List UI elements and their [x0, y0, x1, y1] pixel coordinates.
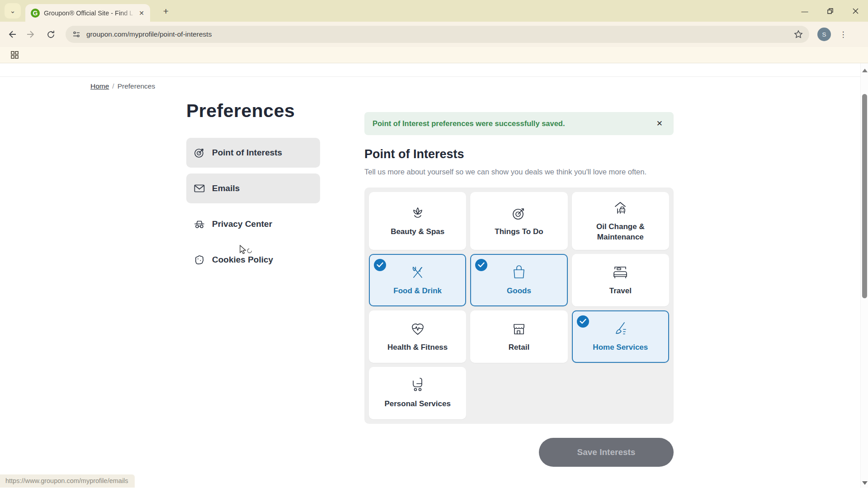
forward-button[interactable] [24, 27, 39, 42]
car-garage-icon [611, 199, 629, 217]
profile-avatar[interactable]: S [817, 28, 831, 41]
scroll-down-icon[interactable] [862, 481, 868, 485]
breadcrumb-separator: / [112, 82, 114, 90]
sidebar-item-label: Cookies Policy [212, 255, 273, 265]
lotus-icon [409, 204, 427, 222]
interests-grid: Beauty & SpasThings To DoOil Change & Ma… [364, 188, 674, 424]
maximize-button[interactable] [817, 0, 843, 22]
success-banner-text: Point of Interest preferences were succe… [373, 119, 654, 128]
incognito-icon [193, 218, 205, 230]
interest-tile-travel[interactable]: Travel [572, 254, 669, 306]
back-button[interactable] [4, 27, 19, 42]
interest-tile-personal-services[interactable]: Personal Services [369, 367, 466, 419]
interest-tile-label: Things To Do [495, 227, 543, 237]
section-subtitle: Tell us more about yourself so we can sh… [364, 168, 674, 176]
minimize-button[interactable]: — [792, 0, 817, 22]
url-bar[interactable]: groupon.com/myprofile/point-of-interests [66, 26, 809, 43]
interest-tile-label: Food & Drink [393, 286, 442, 296]
window-controls: — [792, 0, 868, 22]
breadcrumb-current: Preferences [118, 82, 156, 90]
page-scrollbar[interactable] [860, 63, 868, 488]
broom-icon [611, 320, 629, 338]
scroll-up-icon[interactable] [862, 69, 868, 72]
sidebar-item-point-of-interests[interactable]: Point of Interests [186, 138, 320, 168]
save-interests-button[interactable]: Save Interests [539, 438, 674, 467]
sidebar-item-privacy-center[interactable]: Privacy Center [186, 209, 320, 239]
bed-icon [611, 263, 629, 282]
interest-tile-label: Beauty & Spas [391, 227, 444, 237]
section-title: Point of Interests [364, 147, 674, 161]
banner-close-icon[interactable]: ✕ [654, 118, 665, 129]
checked-badge-icon [374, 259, 386, 271]
dart-target-icon [510, 204, 528, 222]
cookie-icon [193, 254, 205, 266]
bookmarks-bar [0, 47, 868, 63]
site-settings-icon[interactable] [72, 30, 81, 39]
checked-badge-icon [577, 315, 589, 328]
interest-tile-label: Home Services [593, 343, 648, 353]
sidebar-item-label: Emails [212, 183, 240, 193]
url-text[interactable]: groupon.com/myprofile/point-of-interests [86, 30, 793, 38]
reload-button[interactable] [43, 27, 58, 42]
interest-tile-label: Travel [609, 286, 632, 296]
utensils-icon [409, 263, 427, 282]
new-tab-button[interactable]: + [160, 5, 172, 17]
interest-tile-food-drink[interactable]: Food & Drink [369, 254, 466, 306]
envelope-icon [193, 183, 205, 194]
apps-grid-icon[interactable] [11, 51, 19, 59]
bookmark-star-icon[interactable] [793, 29, 804, 40]
storefront-icon [510, 320, 528, 338]
page-content: Home/Preferences Preferences Point of In… [0, 63, 868, 488]
interest-tile-retail[interactable]: Retail [470, 310, 567, 363]
sidebar-item-cookies-policy[interactable]: Cookies Policy [186, 245, 320, 275]
interest-tile-oil-change-maintenance[interactable]: Oil Change & Maintenance [572, 192, 669, 250]
sidebar-item-label: Privacy Center [212, 219, 272, 229]
browser-menu-icon[interactable]: ⋮ [836, 28, 850, 41]
interest-tile-label: Goods [507, 286, 531, 296]
interest-tile-label: Health & Fitness [387, 343, 448, 353]
interest-tile-label: Retail [509, 343, 529, 353]
sidebar-item-label: Point of Interests [212, 148, 282, 158]
target-icon [193, 147, 205, 159]
interest-tile-home-services[interactable]: Home Services [572, 310, 669, 363]
sidebar-item-emails[interactable]: Emails [186, 174, 320, 203]
interest-tile-health-fitness[interactable]: Health & Fitness [369, 310, 466, 363]
checked-badge-icon [475, 259, 487, 271]
scrollbar-thumb[interactable] [862, 94, 867, 298]
preferences-sidebar: Point of InterestsEmailsPrivacy CenterCo… [186, 138, 320, 281]
interest-tile-goods[interactable]: Goods [470, 254, 567, 306]
tab-close-icon[interactable]: ✕ [137, 9, 146, 17]
tab-search-chevron-icon[interactable]: ⌄ [5, 3, 21, 19]
interest-tile-things-to-do[interactable]: Things To Do [470, 192, 567, 250]
status-bar-link: https://www.groupon.com/myprofile/emails [0, 474, 135, 488]
breadcrumb-home-link[interactable]: Home [90, 82, 109, 90]
page-header-divider [0, 76, 868, 77]
close-window-button[interactable] [843, 0, 868, 22]
breadcrumb: Home/Preferences [90, 82, 155, 90]
interest-tile-label: Personal Services [384, 399, 450, 409]
interest-tile-beauty-spas[interactable]: Beauty & Spas [369, 192, 466, 250]
page-title: Preferences [186, 100, 320, 122]
shopping-bag-icon [510, 263, 528, 282]
success-banner: Point of Interest preferences were succe… [364, 112, 674, 135]
interest-tile-label: Oil Change & Maintenance [582, 222, 659, 243]
stroller-icon [409, 376, 427, 394]
browser-tab-bar: ⌄ G Groupon® Official Site - Find L ✕ + … [0, 0, 868, 22]
browser-toolbar: groupon.com/myprofile/point-of-interests… [0, 22, 868, 47]
tab-title: Groupon® Official Site - Find L [44, 9, 137, 17]
heart-pulse-icon [409, 320, 427, 338]
groupon-favicon: G [31, 9, 40, 18]
browser-tab[interactable]: G Groupon® Official Site - Find L ✕ [25, 4, 150, 22]
